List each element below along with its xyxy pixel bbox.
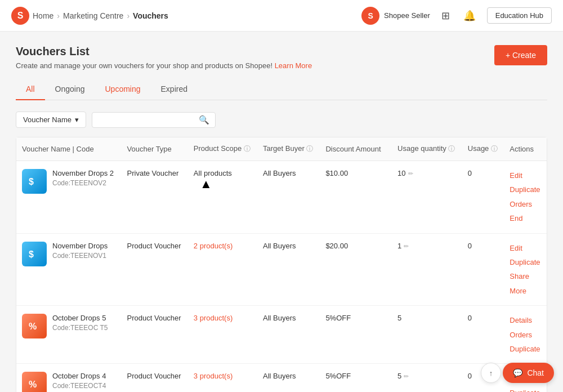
breadcrumb-home[interactable]: Home xyxy=(33,11,53,20)
actions-cell: EditDuplicateOrdersEnd xyxy=(504,161,547,234)
usage-qty-cell: 10✏ xyxy=(392,161,462,234)
usage-cell: 0 xyxy=(462,233,504,306)
table-row: % October Drops 5 Code:TEEEOC T5 Product… xyxy=(16,306,547,364)
breadcrumb-marketing[interactable]: Marketing Centre xyxy=(63,11,123,20)
breadcrumb-sep2: › xyxy=(127,11,129,20)
svg-text:%: % xyxy=(29,380,37,389)
tabs-container: All Ongoing Upcoming Expired xyxy=(16,79,547,100)
discount-amount-cell: 5%OFF xyxy=(320,306,392,364)
product-scope-cell: 2 product(s) xyxy=(188,233,257,306)
action-share[interactable]: Share xyxy=(510,270,541,283)
voucher-type-cell: Product Voucher xyxy=(122,364,188,392)
page-header: Vouchers List Create and manage your own… xyxy=(16,45,547,70)
page-title: Vouchers List xyxy=(16,45,312,58)
action-duplicate[interactable]: Duplicate xyxy=(510,183,541,196)
learn-more-link[interactable]: Learn More xyxy=(275,61,312,70)
voucher-icon: % xyxy=(22,372,47,392)
chat-icon: 💬 xyxy=(513,368,522,377)
table-row: % October Drops 4 Code:TEEEOCT4 Product … xyxy=(16,364,547,392)
table-header-row: Voucher Name | Code Voucher Type Product… xyxy=(16,137,547,161)
notifications-button[interactable]: 🔔 xyxy=(461,7,478,24)
search-input[interactable] xyxy=(98,115,199,124)
usage-info-icon: ⓘ xyxy=(491,145,498,153)
action-orders[interactable]: Orders xyxy=(510,328,541,341)
action-more[interactable]: More xyxy=(510,284,541,297)
voucher-type-cell: Product Voucher xyxy=(122,233,188,306)
voucher-name-dropdown[interactable]: Voucher Name ▾ xyxy=(16,112,86,128)
target-buyer-info-icon: ⓘ xyxy=(306,145,313,153)
grid-menu-button[interactable]: ⊞ xyxy=(439,7,452,24)
action-orders[interactable]: Orders xyxy=(510,198,541,211)
top-navigation: S Home › Marketing Centre › Vouchers S S… xyxy=(0,0,563,32)
product-scope-info-icon: ⓘ xyxy=(244,145,251,153)
target-buyer-cell: All Buyers xyxy=(257,233,320,306)
product-scope-cell: 3 product(s) xyxy=(188,306,257,364)
breadcrumb-sep1: › xyxy=(57,11,60,20)
top-nav-right: S Shopee Seller ⊞ 🔔 Education Hub xyxy=(361,7,552,25)
tab-upcoming[interactable]: Upcoming xyxy=(95,79,151,100)
tab-all[interactable]: All xyxy=(16,79,45,100)
actions-cell: DetailsOrdersDuplicate xyxy=(504,306,547,364)
usage-cell: 0 xyxy=(462,306,504,364)
edit-qty-icon[interactable]: ✏ xyxy=(404,243,409,250)
svg-text:$: $ xyxy=(29,250,34,259)
action-duplicate[interactable]: Duplicate xyxy=(510,342,541,355)
voucher-code: Code:TEEEOC T5 xyxy=(52,324,108,332)
col-usage: Usage ⓘ xyxy=(462,137,504,161)
chat-label: Chat xyxy=(527,368,544,377)
education-hub-button[interactable]: Education Hub xyxy=(487,7,552,24)
action-end[interactable]: End xyxy=(510,212,541,225)
create-button[interactable]: + Create xyxy=(494,45,547,65)
scroll-to-top-button[interactable]: ↑ xyxy=(481,363,501,383)
product-scope-cell: 3 product(s) xyxy=(188,364,257,392)
actions-cell: EditDuplicateShareMore xyxy=(504,233,547,306)
voucher-icon: % xyxy=(22,314,47,338)
col-voucher-name: Voucher Name | Code xyxy=(16,137,122,161)
discount-amount-cell: 5%OFF xyxy=(320,364,392,392)
target-buyer-cell: All Buyers xyxy=(257,161,320,234)
usage-qty-cell: 5 xyxy=(392,306,462,364)
svg-text:%: % xyxy=(29,322,37,331)
search-box: 🔍 xyxy=(92,112,216,128)
target-buyer-cell: All Buyers xyxy=(257,364,320,392)
dropdown-chevron-icon: ▾ xyxy=(75,115,79,124)
voucher-icon: $ xyxy=(22,242,47,266)
search-button[interactable]: 🔍 xyxy=(199,115,209,125)
usage-qty-cell: 5✏ xyxy=(392,364,462,392)
voucher-code: Code:TEEEOCT4 xyxy=(52,382,106,390)
chat-widget[interactable]: 💬 Chat xyxy=(503,363,554,383)
col-actions: Actions xyxy=(504,137,547,161)
voucher-name-cell: % October Drops 5 Code:TEEEOC T5 xyxy=(16,306,122,364)
page-header-left: Vouchers List Create and manage your own… xyxy=(16,45,312,70)
action-details[interactable]: Details xyxy=(510,314,541,327)
voucher-name: October Drops 5 xyxy=(52,314,108,322)
product-scope-cell: All products xyxy=(188,161,257,234)
usage-cell: 0 xyxy=(462,161,504,234)
col-usage-quantity: Usage quantity ⓘ xyxy=(392,137,462,161)
scroll-top-icon: ↑ xyxy=(489,369,493,377)
col-target-buyer: Target Buyer ⓘ xyxy=(257,137,320,161)
edit-qty-icon[interactable]: ✏ xyxy=(408,170,413,177)
page-subtitle: Create and manage your own vouchers for … xyxy=(16,61,312,70)
voucher-icon: $ xyxy=(22,169,47,194)
voucher-code: Code:TEEENOV1 xyxy=(52,252,108,260)
action-duplicate[interactable]: Duplicate xyxy=(510,256,541,269)
voucher-name: November Drops 2 xyxy=(52,169,114,177)
target-buyer-cell: All Buyers xyxy=(257,306,320,364)
edit-qty-icon[interactable]: ✏ xyxy=(404,373,409,380)
tab-ongoing[interactable]: Ongoing xyxy=(45,79,95,100)
action-edit[interactable]: Edit xyxy=(510,242,541,255)
tab-expired[interactable]: Expired xyxy=(151,79,198,100)
voucher-name: October Drops 4 xyxy=(52,372,106,380)
main-content: Vouchers List Create and manage your own… xyxy=(0,32,563,392)
usage-qty-cell: 1✏ xyxy=(392,233,462,306)
voucher-code: Code:TEEENOV2 xyxy=(52,179,114,187)
col-product-scope: Product Scope ⓘ xyxy=(188,137,257,161)
action-edit[interactable]: Edit xyxy=(510,169,541,182)
voucher-name-cell: $ November Drops 2 Code:TEEENOV2 xyxy=(16,161,122,234)
seller-name: Shopee Seller xyxy=(384,11,430,20)
action-duplicate[interactable]: Duplicate xyxy=(510,386,541,392)
vouchers-table: Voucher Name | Code Voucher Type Product… xyxy=(16,137,547,392)
filter-row: Voucher Name ▾ 🔍 xyxy=(16,112,547,128)
voucher-name: November Drops xyxy=(52,242,108,250)
